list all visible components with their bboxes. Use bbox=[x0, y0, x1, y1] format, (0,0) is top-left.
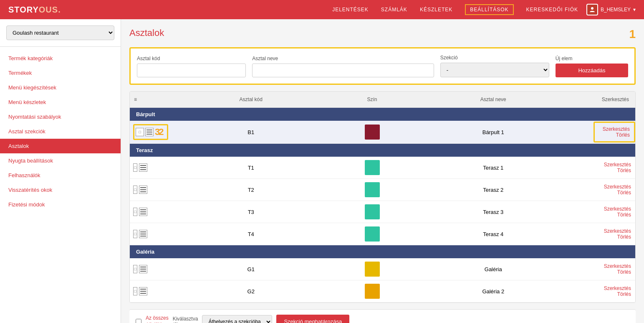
drag-cell-g2: □ bbox=[130, 284, 151, 299]
checkbox-t2[interactable]: □ bbox=[133, 186, 137, 194]
drag-handle-t2[interactable] bbox=[139, 186, 147, 194]
checkbox-t1[interactable]: □ bbox=[133, 163, 137, 172]
name-t4: Terasz 4 bbox=[393, 228, 594, 241]
table-row: □ T2 Terasz 2 Szerkesztés Törlés bbox=[130, 179, 635, 201]
table-row: □ T1 Terasz 1 Szerkesztés Törlés bbox=[130, 157, 635, 179]
table-row: □ G2 Galéria 2 Szerkesztés Törlés bbox=[130, 280, 635, 303]
page-layout: Goulash restaurant Termék kategóriák Ter… bbox=[0, 19, 644, 323]
sidebar-item-nyomtatasi-szabalyok[interactable]: Nyomtatási szabályok bbox=[0, 109, 121, 124]
col-header-name: Asztal neve bbox=[393, 95, 594, 104]
action-cell-t1: Szerkesztés Törlés bbox=[593, 158, 635, 177]
col-header-drag: ≡ bbox=[130, 95, 151, 104]
select-all-label[interactable]: Az összeskijelölése bbox=[146, 315, 169, 323]
checkbox-b1[interactable]: □ bbox=[136, 128, 144, 136]
table-row: □ 3 2 B1 Bárpult 1 bbox=[130, 121, 635, 144]
edit-link-t4[interactable]: Szerkesztés bbox=[598, 228, 631, 234]
drag-cell-t2: □ bbox=[130, 182, 151, 197]
logo-accent: OUS. bbox=[39, 5, 61, 14]
delete-link-t4[interactable]: Törlés bbox=[598, 234, 631, 240]
drag-handle-t1[interactable] bbox=[139, 163, 147, 172]
color-g1 bbox=[351, 258, 393, 280]
sidebar-item-termekek[interactable]: Termékek bbox=[0, 66, 121, 80]
code-t1: T1 bbox=[151, 161, 351, 174]
user-name: B_HEMSLEY bbox=[601, 7, 631, 13]
table-container: ≡ Asztal kód Szín Asztal neve Szerkeszté… bbox=[129, 91, 636, 303]
form-name-input[interactable] bbox=[252, 64, 434, 77]
drag-cell-b1: □ 3 2 bbox=[130, 121, 151, 143]
svg-point-0 bbox=[591, 7, 593, 10]
nav-beallitasok[interactable]: BEÁLLÍTÁSOK bbox=[465, 4, 513, 15]
delete-link-g1[interactable]: Törlés bbox=[598, 269, 631, 275]
drag-handle-t4[interactable] bbox=[139, 230, 147, 238]
move-to-section-select[interactable]: Áthelyezés a szekcióba bbox=[202, 315, 272, 323]
action-cell-g1: Szerkesztés Törlés bbox=[593, 260, 635, 278]
code-t2: T2 bbox=[151, 183, 351, 196]
delete-link-t3[interactable]: Törlés bbox=[598, 212, 631, 218]
nav-jelentesek[interactable]: JELENTÉSEK bbox=[332, 7, 369, 13]
sidebar-item-nyugta-beallitasok[interactable]: Nyugta beállítások bbox=[0, 153, 121, 168]
sidebar-item-felhasznalok[interactable]: Felhasználók bbox=[0, 168, 121, 183]
drag-handle-t3[interactable] bbox=[139, 208, 147, 216]
action-cell-g2: Szerkesztés Törlés bbox=[593, 282, 635, 300]
name-t2: Terasz 2 bbox=[393, 183, 594, 196]
sidebar-item-visszaterites-okok[interactable]: Visszatérítés okok bbox=[0, 183, 121, 197]
nav-szamlak[interactable]: SZÁMLÁK bbox=[381, 7, 407, 13]
nav-keszletek[interactable]: KÉSZLETEK bbox=[420, 7, 452, 13]
name-t3: Terasz 3 bbox=[393, 206, 594, 219]
sidebar: Goulash restaurant Termék kategóriák Ter… bbox=[0, 19, 121, 323]
form-section-select[interactable]: - bbox=[440, 63, 549, 77]
define-section-button[interactable]: Szekció meghatározása bbox=[276, 315, 349, 323]
sidebar-item-asztal-szekciok[interactable]: Asztal szekciók bbox=[0, 124, 121, 139]
edit-link-t2[interactable]: Szerkesztés bbox=[598, 184, 631, 190]
name-g2: Galéria 2 bbox=[393, 285, 594, 298]
user-dropdown-icon: ▾ bbox=[633, 7, 636, 13]
delete-link-b1[interactable]: Törlés bbox=[599, 132, 630, 138]
form-group-section: Szekció - bbox=[440, 55, 549, 77]
code-g1: G1 bbox=[151, 263, 351, 276]
delete-link-g2[interactable]: Törlés bbox=[598, 291, 631, 297]
drag-handle-g1[interactable] bbox=[139, 265, 147, 273]
section-terasz: Terasz bbox=[130, 144, 635, 157]
edit-link-g1[interactable]: Szerkesztés bbox=[598, 263, 631, 269]
delete-link-t1[interactable]: Törlés bbox=[598, 168, 631, 173]
sidebar-item-asztalok[interactable]: Asztalok bbox=[0, 139, 121, 153]
page-title: Asztalok bbox=[129, 28, 164, 38]
edit-link-t1[interactable]: Szerkesztés bbox=[598, 162, 631, 168]
code-g2: G2 bbox=[151, 285, 351, 298]
action-cell-t4: Szerkesztés Törlés bbox=[593, 225, 635, 243]
color-t4 bbox=[351, 223, 393, 245]
edit-link-g2[interactable]: Szerkesztés bbox=[598, 285, 631, 291]
nav-kereskedoi[interactable]: KERESKEDŐI FIÓK bbox=[526, 7, 578, 13]
nav-links: JELENTÉSEK SZÁMLÁK KÉSZLETEK BEÁLLÍTÁSOK… bbox=[332, 4, 578, 15]
sidebar-item-menu-keszletek[interactable]: Menü készletek bbox=[0, 95, 121, 109]
form-section-label: Szekció bbox=[440, 55, 549, 61]
restaurant-select[interactable]: Goulash restaurant bbox=[6, 25, 114, 40]
add-form-box: Asztal kód Asztal neve Szekció - Új elem… bbox=[129, 47, 636, 85]
checkbox-t4[interactable]: □ bbox=[133, 230, 137, 238]
action-cell-t2: Szerkesztés Törlés bbox=[593, 181, 635, 199]
form-code-input[interactable] bbox=[137, 64, 246, 77]
drag-handle-g2[interactable] bbox=[139, 287, 147, 295]
sidebar-item-menu-kiegeszitesek[interactable]: Menü kiegészítések bbox=[0, 80, 121, 95]
edit-link-b1[interactable]: Szerkesztés bbox=[599, 126, 630, 132]
checkbox-t3[interactable]: □ bbox=[133, 208, 137, 216]
add-button[interactable]: Hozzáadás bbox=[556, 64, 628, 77]
name-g1: Galéria bbox=[393, 263, 594, 276]
section-galeria: Galéria bbox=[130, 245, 635, 258]
logo: STORYOUS. bbox=[8, 5, 61, 15]
edit-link-t3[interactable]: Szerkesztés bbox=[598, 206, 631, 212]
form-name-label: Asztal neve bbox=[252, 56, 434, 61]
action-cell-t3: Szerkesztés Törlés bbox=[593, 203, 635, 221]
table-row: □ G1 Galéria Szerkesztés Törlés bbox=[130, 258, 635, 280]
table-row: □ T3 Terasz 3 Szerkesztés Törlés bbox=[130, 201, 635, 223]
sidebar-item-fizetesi-modok[interactable]: Fizetési módok bbox=[0, 197, 121, 212]
delete-link-t2[interactable]: Törlés bbox=[598, 190, 631, 196]
user-menu[interactable]: B_HEMSLEY ▾ bbox=[586, 4, 636, 15]
checkbox-g1[interactable]: □ bbox=[133, 265, 137, 273]
drag-cell-t3: □ bbox=[130, 204, 151, 219]
form-group-code: Asztal kód bbox=[137, 56, 246, 77]
col-header-code: Asztal kód bbox=[151, 95, 351, 104]
select-all-checkbox[interactable] bbox=[136, 319, 141, 323]
checkbox-g2[interactable]: □ bbox=[133, 287, 137, 295]
sidebar-item-termek-kategoriak[interactable]: Termék kategóriák bbox=[0, 51, 121, 66]
